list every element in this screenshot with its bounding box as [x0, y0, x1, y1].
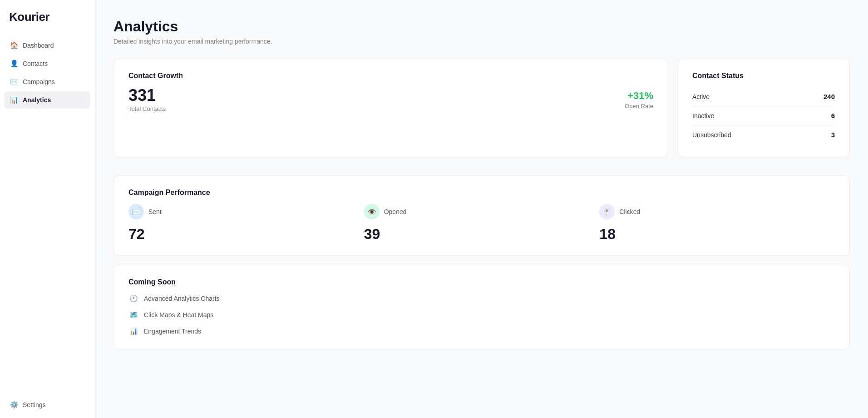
- sidebar-item-analytics[interactable]: 📊 Analytics: [5, 91, 90, 109]
- coming-soon-label-click-maps: Click Maps & Heat Maps: [144, 311, 213, 318]
- metric-opened-label: Opened: [384, 208, 407, 215]
- metric-sent-label: Sent: [148, 208, 162, 215]
- metric-sent-value: 72: [128, 226, 364, 243]
- coming-soon-item-engagement-trends: 📊 Engagement Trends: [128, 326, 835, 336]
- page-subtitle: Detailed insights into your email market…: [113, 38, 850, 45]
- sidebar-item-label: Campaigns: [23, 78, 55, 85]
- status-value-active: 240: [824, 93, 835, 100]
- dashboard-icon: 🏠: [10, 41, 18, 50]
- settings-icon: ⚙️: [10, 401, 18, 409]
- open-rate-label: Open Rate: [625, 103, 653, 109]
- status-value-unsubscribed: 3: [831, 131, 835, 139]
- main-content: Analytics Detailed insights into your em…: [95, 0, 868, 418]
- coming-soon-label-advanced-analytics: Advanced Analytics Charts: [144, 295, 220, 302]
- coming-soon-list: 🕐 Advanced Analytics Charts 🗺️ Click Map…: [128, 294, 835, 336]
- page-title: Analytics: [113, 18, 850, 35]
- sidebar-item-campaigns[interactable]: ✉️ Campaigns: [5, 73, 90, 90]
- sidebar-nav: 🏠 Dashboard 👤 Contacts ✉️ Campaigns 📊 An…: [0, 37, 95, 109]
- sidebar-item-dashboard[interactable]: 🏠 Dashboard: [5, 37, 90, 54]
- clicked-icon: 🖱️: [599, 204, 615, 219]
- sent-icon: ✉️: [128, 204, 144, 219]
- status-label-inactive: Inactive: [692, 112, 714, 119]
- sidebar-bottom: ⚙️ Settings: [0, 392, 95, 418]
- sidebar-item-label: Dashboard: [23, 42, 54, 49]
- contacts-icon: 👤: [10, 60, 18, 68]
- metric-clicked: 🖱️ Clicked 18: [599, 204, 835, 243]
- coming-soon-item-advanced-analytics: 🕐 Advanced Analytics Charts: [128, 294, 835, 304]
- advanced-analytics-icon: 🕐: [128, 294, 138, 304]
- contact-growth-inner: 331 Total Contacts +31% Open Rate: [128, 87, 653, 112]
- contact-growth-title: Contact Growth: [128, 72, 653, 80]
- analytics-icon: 📊: [10, 96, 18, 104]
- coming-soon-item-click-maps: 🗺️ Click Maps & Heat Maps: [128, 310, 835, 320]
- metric-opened-label-row: 👁️ Opened: [364, 204, 600, 219]
- metric-opened: 👁️ Opened 39: [364, 204, 600, 243]
- app-logo: Kourier: [9, 10, 49, 24]
- coming-soon-label-engagement-trends: Engagement Trends: [144, 328, 201, 335]
- sidebar-item-contacts[interactable]: 👤 Contacts: [5, 55, 90, 72]
- contact-status-title: Contact Status: [692, 72, 835, 80]
- sidebar-item-label: Contacts: [23, 60, 48, 67]
- contact-status-rows: Active 240 Inactive 6 Unsubscribed 3: [692, 87, 835, 144]
- metric-clicked-label: Clicked: [619, 208, 640, 215]
- open-rate-block: +31% Open Rate: [625, 90, 653, 109]
- logo-area: Kourier: [0, 0, 95, 37]
- total-contacts-label: Total Contacts: [128, 105, 166, 112]
- campaign-performance-card: Campaign Performance ✉️ Sent 72 👁️ Opene…: [113, 175, 850, 256]
- engagement-trends-icon: 📊: [128, 326, 138, 336]
- metric-clicked-label-row: 🖱️ Clicked: [599, 204, 835, 219]
- status-label-unsubscribed: Unsubscribed: [692, 131, 731, 139]
- sidebar-item-settings[interactable]: ⚙️ Settings: [5, 396, 90, 413]
- campaign-performance-title: Campaign Performance: [128, 189, 835, 197]
- total-contacts-value: 331: [128, 87, 166, 104]
- status-row-active: Active 240: [692, 87, 835, 106]
- metric-opened-value: 39: [364, 226, 600, 243]
- metric-clicked-value: 18: [599, 226, 835, 243]
- contact-growth-card: Contact Growth 331 Total Contacts +31% O…: [113, 59, 668, 157]
- sidebar-item-label: Analytics: [23, 96, 51, 104]
- click-maps-icon: 🗺️: [128, 310, 138, 320]
- opened-icon: 👁️: [364, 204, 380, 219]
- campaign-metrics: ✉️ Sent 72 👁️ Opened 39 🖱️ Clicked 18: [128, 204, 835, 243]
- contact-growth-left: 331 Total Contacts: [128, 87, 166, 112]
- contact-status-card: Contact Status Active 240 Inactive 6 Uns…: [677, 59, 850, 157]
- coming-soon-card: Coming Soon 🕐 Advanced Analytics Charts …: [113, 265, 850, 349]
- campaigns-icon: ✉️: [10, 78, 18, 86]
- metric-sent: ✉️ Sent 72: [128, 204, 364, 243]
- sidebar-item-label: Settings: [23, 401, 46, 408]
- sidebar: Kourier 🏠 Dashboard 👤 Contacts ✉️ Campai…: [0, 0, 95, 418]
- coming-soon-title: Coming Soon: [128, 278, 835, 286]
- open-rate-value: +31%: [625, 90, 653, 102]
- metric-sent-label-row: ✉️ Sent: [128, 204, 364, 219]
- status-row-unsubscribed: Unsubscribed 3: [692, 125, 835, 144]
- status-label-active: Active: [692, 93, 710, 100]
- top-row: Contact Growth 331 Total Contacts +31% O…: [113, 59, 850, 166]
- status-value-inactive: 6: [831, 112, 835, 119]
- status-row-inactive: Inactive 6: [692, 106, 835, 125]
